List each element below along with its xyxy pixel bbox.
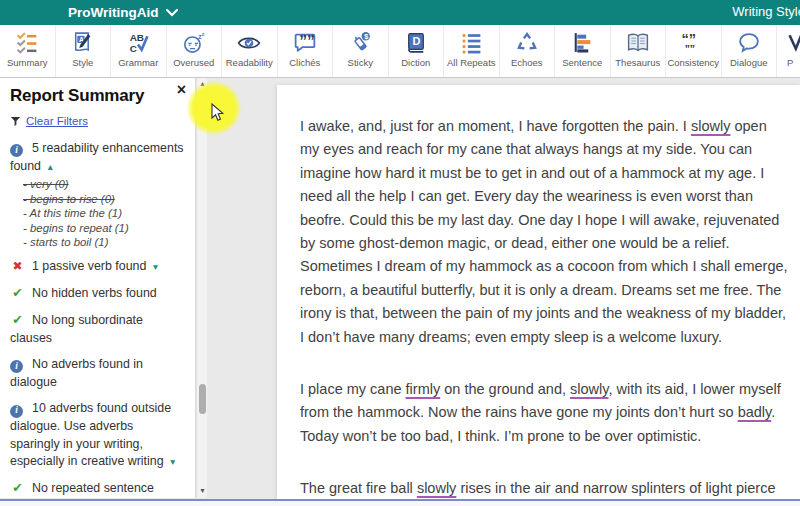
report-summary-panel: Report Summary × Clear Filters i5 readab… — [0, 78, 196, 498]
readability-icon — [236, 28, 262, 57]
toolbar-item-overused[interactable]: zzOverused — [167, 25, 223, 77]
sentence-icon — [569, 28, 595, 57]
finding-text: No long subordinate clauses — [10, 313, 143, 345]
finding-text: 5 readability enhancements found — [10, 141, 184, 173]
document-page[interactable]: I awake, and, just for an moment, I have… — [277, 85, 800, 506]
diction-icon: D — [403, 28, 429, 57]
svg-text:C: C — [130, 43, 137, 54]
thesaurus-icon — [625, 28, 651, 57]
main-content: Report Summary × Clear Filters i5 readab… — [0, 78, 800, 506]
toggle-down-icon[interactable]: ▼ — [151, 262, 159, 272]
finding-subitem[interactable]: - begins to repeat (1) — [23, 222, 186, 235]
document-text[interactable]: I awake, and, just for an moment, I have… — [277, 85, 800, 506]
finding-item: i10 adverbs found outside dialogue. Use … — [10, 400, 186, 470]
finding-subitem[interactable]: - very (0) — [23, 178, 186, 191]
check-icon: ✔ — [10, 312, 25, 330]
toolbar-item-label: Sentence — [562, 57, 602, 68]
svg-text:D: D — [412, 35, 420, 47]
finding-text: 1 passive verb found — [32, 259, 146, 273]
writing-style-label[interactable]: Writing Style — [732, 4, 800, 19]
svg-text:””: ”” — [299, 33, 315, 50]
dialogue-icon — [736, 28, 762, 57]
toolbar-item-label: Diction — [401, 57, 430, 68]
toggle-up-icon[interactable]: ▲ — [46, 162, 54, 172]
prowritingaid-app: ProWritingAid Writing Style SummaryAStyl… — [0, 0, 800, 506]
finding-text: No repeated sentence starts found — [10, 481, 154, 498]
finding-text: No hidden verbs found — [32, 286, 157, 300]
findings-list: i5 readability enhancements found▲- very… — [10, 140, 186, 498]
paragraph: I place my cane firmly on the ground and… — [300, 378, 788, 448]
finding-item: ✔No long subordinate clauses — [10, 312, 186, 347]
finding-item: ✔No repeated sentence starts found — [10, 480, 186, 498]
svg-text:””: ”” — [685, 44, 695, 55]
check-icon: ✔ — [10, 480, 25, 498]
toolbar-item-label: Overused — [173, 57, 214, 68]
toolbar-item-diction[interactable]: DDiction — [389, 25, 445, 77]
toolbar-item-label: Thesaurus — [615, 57, 660, 68]
sidebar-scrollbar[interactable]: ▴ ▾ — [196, 78, 207, 498]
cliches-icon: ”” — [292, 28, 318, 57]
info-icon: i — [10, 144, 23, 157]
overused-icon: zz — [181, 28, 207, 57]
toolbar-item-allrepeats[interactable]: All Repeats — [444, 25, 500, 77]
app-menu[interactable]: ProWritingAid — [68, 5, 178, 20]
svg-text:z: z — [202, 31, 205, 37]
sticky-icon: $ — [347, 28, 373, 57]
svg-text:$: $ — [364, 32, 368, 41]
clear-filters-link[interactable]: Clear Filters — [10, 115, 186, 127]
toolbar-item-label: All Repeats — [447, 57, 496, 68]
info-icon: i — [10, 360, 23, 373]
adverb-highlight[interactable]: firmly — [406, 381, 441, 397]
toolbar-item-sticky[interactable]: $Sticky — [333, 25, 389, 77]
toolbar-item-pacing[interactable]: P — [777, 25, 800, 77]
chevron-down-icon — [166, 9, 178, 17]
toolbar-item-grammar[interactable]: ABCGrammar — [111, 25, 167, 77]
toolbar-item-consistency[interactable]: “”””Consistency — [666, 25, 722, 77]
reports-toolbar: SummaryAStyleABCGrammarzzOverusedReadabi… — [0, 25, 800, 78]
toolbar-item-summary[interactable]: Summary — [0, 25, 56, 77]
toolbar-item-echoes[interactable]: Echoes — [500, 25, 556, 77]
adverb-highlight[interactable]: slowly — [417, 480, 456, 496]
finding-subitem[interactable]: - begins to rise (0) — [23, 193, 186, 206]
finding-item: i5 readability enhancements found▲- very… — [10, 140, 186, 249]
toolbar-item-label: Echoes — [511, 57, 543, 68]
finding-item: iNo adverbs found in dialogue — [10, 356, 186, 391]
toolbar-item-label: Dialogue — [730, 57, 768, 68]
pacing-icon — [787, 28, 800, 57]
toolbar-item-style[interactable]: AStyle — [56, 25, 112, 77]
toolbar-item-label: Sticky — [348, 57, 373, 68]
scroll-up-icon[interactable]: ▴ — [197, 79, 208, 88]
toolbar-item-cliches[interactable]: ””Clichés — [278, 25, 334, 77]
adverb-highlight[interactable]: badly — [738, 404, 772, 420]
toolbar-item-dialogue[interactable]: Dialogue — [722, 25, 778, 77]
finding-sublist: - very (0)- begins to rise (0)- At this … — [10, 178, 186, 249]
echoes-icon — [514, 28, 540, 57]
scrollbar-thumb[interactable] — [199, 384, 206, 414]
style-icon: A — [70, 28, 96, 57]
toolbar-item-label: Readability — [226, 57, 273, 68]
svg-text:AB: AB — [130, 32, 144, 43]
adverb-highlight[interactable]: slowly — [570, 381, 608, 397]
top-bar: ProWritingAid Writing Style — [0, 0, 800, 25]
toolbar-item-thesaurus[interactable]: Thesaurus — [611, 25, 667, 77]
info-icon: i — [10, 405, 23, 418]
toolbar-item-readability[interactable]: Readability — [222, 25, 278, 77]
consistency-icon: “””” — [680, 28, 706, 57]
panel-title: Report Summary — [10, 86, 186, 106]
error-x-icon: ✖ — [10, 258, 25, 275]
toolbar-item-label: Grammar — [118, 57, 158, 68]
toolbar-item-label: Summary — [7, 57, 48, 68]
grammar-icon: ABC — [125, 28, 151, 57]
close-icon[interactable]: × — [177, 82, 186, 98]
adverb-highlight[interactable]: slowly — [691, 118, 730, 134]
check-icon: ✔ — [10, 285, 25, 303]
toggle-down-icon[interactable]: ▼ — [169, 457, 177, 467]
bottom-border — [0, 499, 800, 501]
mouse-cursor — [211, 103, 225, 122]
finding-subitem[interactable]: - At this time the (1) — [23, 207, 186, 220]
toolbar-item-sentence[interactable]: Sentence — [555, 25, 611, 77]
filter-icon — [10, 116, 21, 127]
finding-subitem[interactable]: - starts to boil (1) — [23, 236, 186, 249]
scroll-down-icon[interactable]: ▾ — [197, 486, 208, 495]
finding-text: 10 adverbs found outside dialogue. Use a… — [10, 401, 171, 468]
